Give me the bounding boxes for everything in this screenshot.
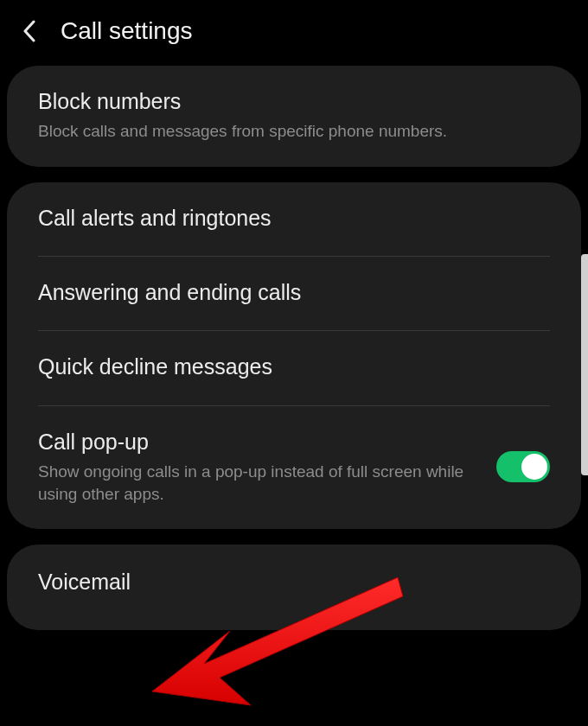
- block-numbers-subtitle: Block calls and messages from specific p…: [38, 120, 550, 143]
- call-popup-toggle[interactable]: [496, 451, 550, 482]
- voicemail-row[interactable]: Voicemail: [7, 544, 581, 630]
- block-numbers-card: Block numbers Block calls and messages f…: [7, 66, 581, 167]
- voicemail-title: Voicemail: [38, 569, 550, 595]
- block-numbers-row[interactable]: Block numbers Block calls and messages f…: [7, 66, 581, 167]
- call-popup-subtitle: Show ongoing calls in a pop-up instead o…: [38, 461, 481, 505]
- call-alerts-content: Call alerts and ringtones: [38, 205, 550, 232]
- decline-messages-title: Quick decline messages: [38, 353, 550, 380]
- page-header: Call settings: [0, 0, 588, 66]
- scrollbar-thumb[interactable]: [581, 254, 588, 475]
- page-title: Call settings: [61, 17, 193, 45]
- answering-row[interactable]: Answering and ending calls: [7, 257, 581, 330]
- call-options-card: Call alerts and ringtones Answering and …: [7, 182, 581, 529]
- voicemail-card: Voicemail: [7, 544, 581, 630]
- decline-messages-content: Quick decline messages: [38, 353, 550, 380]
- chevron-left-icon: [22, 20, 36, 42]
- call-popup-content: Call pop-up Show ongoing calls in a pop-…: [38, 429, 481, 506]
- call-popup-row[interactable]: Call pop-up Show ongoing calls in a pop-…: [7, 406, 581, 530]
- voicemail-content: Voicemail: [38, 569, 550, 595]
- call-alerts-title: Call alerts and ringtones: [38, 205, 550, 232]
- block-numbers-content: Block numbers Block calls and messages f…: [38, 88, 550, 143]
- decline-messages-row[interactable]: Quick decline messages: [7, 331, 581, 404]
- back-button[interactable]: [21, 19, 38, 43]
- answering-content: Answering and ending calls: [38, 279, 550, 306]
- call-popup-title: Call pop-up: [38, 429, 481, 455]
- toggle-thumb: [521, 454, 547, 480]
- answering-title: Answering and ending calls: [38, 279, 550, 306]
- block-numbers-title: Block numbers: [38, 88, 550, 115]
- call-alerts-row[interactable]: Call alerts and ringtones: [7, 182, 581, 256]
